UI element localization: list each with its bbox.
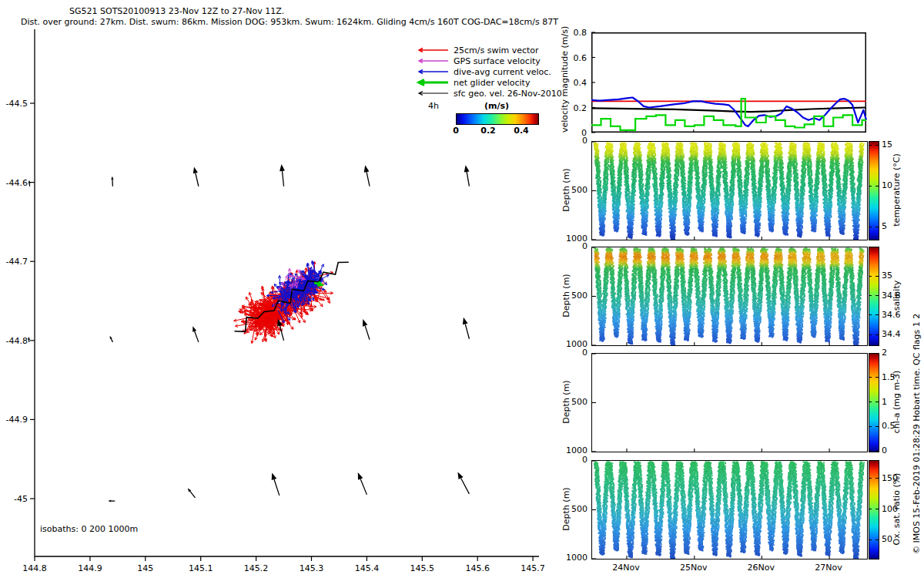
chl-a-panel [591, 353, 868, 452]
legend-label: dive-avg current veloc. [454, 67, 551, 77]
colorbar-tick [869, 314, 872, 315]
colorbar-tick-label: 5 [882, 221, 887, 231]
sfc-geo-velocity-arrow-icon [414, 89, 450, 98]
velocity-panel: 00.20.40.60.8 [591, 32, 866, 133]
map-ytick-label: -44.9 [6, 415, 28, 425]
velocity-ylabel: velocity magnitude (m/s) [560, 32, 570, 133]
colorbar-tick [875, 451, 879, 452]
colorbar-tick [875, 353, 879, 354]
arrow-duration-label: 4h [428, 101, 439, 111]
colorbar-tick [869, 334, 872, 335]
gps-velocity-arrow-icon [414, 56, 450, 66]
colorbar-tick-label: 0.5 [882, 421, 896, 431]
colorbar-tick [869, 377, 872, 378]
colorbar-tick-label: 150 [882, 473, 898, 483]
legend-item: 25cm/s swim vector [414, 45, 539, 55]
temperature-scatter [592, 142, 867, 240]
colorbar-tick [875, 227, 879, 227]
dive-avg-current-arrow-icon [414, 67, 450, 76]
map-xtick-label: 145.5 [410, 563, 435, 573]
temperature-panel [591, 141, 868, 240]
colorbar-tick [875, 539, 879, 540]
colorbar-tick [875, 295, 879, 296]
speed-colorbar-tick: 0.4 [514, 126, 529, 136]
map-xtick-label: 145.7 [521, 563, 545, 573]
oxygen-colorbar [869, 460, 879, 560]
map-ytick-label: -44.6 [6, 178, 28, 188]
colorbar-tick-label: 34.8 [882, 291, 901, 301]
figure-root: { "title": { "line1": "SG521 SOTS2010091… [0, 0, 924, 578]
time-tick-label: 24Nov [612, 563, 639, 573]
depth-ytick-label: 500 [549, 504, 588, 514]
salinity-panel [591, 247, 868, 346]
depth-ytick-label: 0 [549, 241, 588, 251]
velocity-ytick-label: 0.4 [574, 78, 588, 88]
colorbar-tick [875, 509, 879, 509]
salinity-scatter [592, 247, 867, 345]
velocity-ytick-label: 0.8 [574, 28, 588, 38]
salinity-colorbar [869, 247, 879, 346]
colorbar-tick-label: 1 [882, 397, 887, 407]
chl-a-colorbar-label: chl-a (mg m-3) [892, 353, 902, 451]
isobaths-label: isobaths: 0 200 1000m [40, 524, 138, 534]
colorbar-tick-label: 35 [882, 271, 892, 281]
colorbar-tick-label: 50 [882, 534, 892, 544]
map-ytick-label: -44.5 [6, 99, 28, 109]
map-xtick-label: 145.6 [465, 563, 490, 573]
colorbar-tick [869, 402, 872, 402]
speed-colorbar-tick: 0 [453, 126, 459, 136]
colorbar-tick-label: 100 [882, 504, 898, 514]
map-xtick-label: 145.3 [300, 563, 324, 573]
speed-colorbar [456, 113, 539, 125]
depth-ytick-label: 0 [549, 455, 588, 465]
colorbar-tick [869, 539, 872, 540]
legend-label: sfc geo. vel. 26-Nov-2010 [454, 89, 562, 99]
colorbar-tick [869, 509, 872, 509]
colorbar-tick [869, 451, 872, 452]
chl-a-colorbar [869, 353, 879, 452]
time-tick-label: 25Nov [680, 563, 707, 573]
legend-label: net glider velocity [454, 78, 530, 88]
map-xtick-label: 144.8 [22, 563, 47, 573]
colorbar-tick-label: 34.6 [882, 310, 901, 320]
colorbar-tick-label: 2 [882, 348, 887, 358]
colorbar-tick [869, 145, 872, 146]
depth-ytick-label: 500 [549, 397, 588, 407]
colorbar-tick [875, 334, 879, 335]
legend-label: 25cm/s swim vector [454, 45, 539, 55]
map-xtick-label: 145 [137, 563, 153, 573]
depth-ytick-label: 0 [549, 348, 588, 358]
copyright-note-wrap: © IMOS 15-Feb-2019 01:28:29 Hobart time.… [912, 554, 924, 564]
swim-vector-arrow-icon [414, 45, 450, 55]
time-tick-label: 27Nov [815, 563, 842, 573]
velocity-ytick-label: 0.6 [574, 53, 588, 63]
colorbar-tick-label: 34.4 [882, 329, 901, 339]
map-xtick-label: 144.9 [78, 563, 102, 573]
colorbar-tick [869, 353, 872, 354]
map-ytick-label: -44.7 [6, 257, 28, 267]
velocity-ytick-label: 0.2 [574, 103, 588, 113]
depth-ytick-label: 500 [549, 291, 588, 301]
legend-label: GPS surface velocity [454, 56, 541, 66]
colorbar-tick [869, 186, 872, 187]
colorbar-tick [875, 426, 879, 427]
colorbar-tick-label: 10 [882, 180, 892, 190]
speed-colorbar-title: (m/s) [456, 101, 537, 111]
velocity-panel-frame [592, 33, 866, 133]
legend-item: net glider velocity [414, 77, 530, 88]
oxygen-panel [591, 460, 868, 560]
depth-ytick-label: 0 [549, 136, 588, 146]
colorbar-tick-label: 15 [882, 139, 892, 150]
map-ytick-label: -45 [14, 494, 28, 504]
copyright-note: © IMOS 15-Feb-2019 01:28:29 Hobart time.… [912, 314, 922, 554]
map-xtick-label: 145.2 [244, 563, 269, 573]
map-xtick-label: 145.4 [355, 563, 380, 573]
colorbar-tick [875, 314, 879, 315]
depth-ytick-label: 1000 [549, 553, 588, 563]
colorbar-tick [875, 478, 879, 479]
colorbar-tick [869, 295, 872, 296]
legend-item: sfc geo. vel. 26-Nov-2010 [414, 88, 562, 99]
velocity-series [591, 108, 866, 113]
colorbar-tick [869, 227, 872, 227]
colorbar-tick [875, 276, 879, 277]
